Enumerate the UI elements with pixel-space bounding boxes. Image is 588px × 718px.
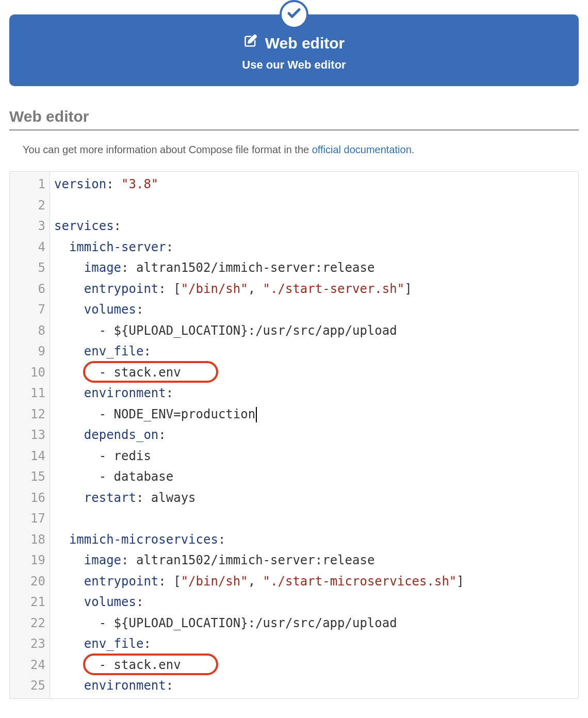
check-badge	[280, 0, 308, 29]
line-number: 15	[10, 466, 45, 487]
code-line[interactable]: restart: always	[54, 487, 578, 509]
code-line[interactable]: entrypoint: ["/bin/sh", "./start-microse…	[54, 571, 578, 592]
code-line[interactable]: - ${UPLOAD_LOCATION}:/usr/src/app/upload	[54, 613, 578, 634]
info-text: You can get more information about Compo…	[9, 144, 579, 156]
section-heading: Web editor	[9, 108, 579, 130]
info-prefix: You can get more information about Compo…	[23, 144, 312, 155]
code-line[interactable]: - NODE_ENV=production	[54, 404, 578, 425]
line-number: 23	[10, 633, 45, 655]
code-line[interactable]: environment:	[54, 675, 578, 696]
line-number: 3	[10, 216, 45, 237]
banner-title: Web editor	[265, 35, 345, 52]
line-number: 10	[10, 362, 45, 383]
line-number: 14	[10, 446, 45, 467]
line-number: 13	[10, 425, 45, 446]
line-number: 16	[10, 487, 45, 509]
code-line[interactable]: - ${UPLOAD_LOCATION}:/usr/src/app/upload	[54, 320, 578, 341]
edit-icon	[243, 34, 258, 52]
line-number: 12	[10, 404, 45, 425]
line-number: 5	[10, 257, 45, 279]
code-line[interactable]: env_file:	[54, 633, 578, 655]
code-line[interactable]: - database	[54, 466, 578, 487]
code-line[interactable]: volumes:	[54, 299, 578, 320]
code-line[interactable]: - stack.env	[54, 655, 578, 676]
line-number: 2	[10, 195, 45, 216]
text-cursor	[256, 407, 257, 422]
line-number: 6	[10, 279, 45, 300]
code-line[interactable]: immich-server:	[54, 237, 578, 258]
code-line[interactable]	[54, 508, 578, 529]
code-line[interactable]: version: "3.8"	[54, 174, 578, 195]
banner-subtitle: Use our Web editor	[20, 58, 568, 72]
check-icon	[286, 6, 302, 23]
code-line[interactable]: image: altran1502/immich-server:release	[54, 550, 578, 571]
web-editor-banner[interactable]: Web editor Use our Web editor	[9, 14, 579, 86]
code-line[interactable]: - stack.env	[54, 362, 578, 383]
line-number: 18	[10, 529, 45, 550]
line-number: 7	[10, 299, 45, 320]
code-line[interactable]: environment:	[54, 383, 578, 404]
code-line[interactable]: image: altran1502/immich-server:release	[54, 257, 578, 279]
official-docs-link[interactable]: official documentation	[312, 144, 412, 155]
code-area[interactable]: version: "3.8"services: immich-server: i…	[50, 172, 578, 698]
line-number: 1	[10, 174, 45, 195]
line-number: 11	[10, 383, 45, 404]
code-line[interactable]: services:	[54, 216, 578, 237]
code-line[interactable]	[54, 195, 578, 216]
line-number: 8	[10, 320, 45, 341]
code-line[interactable]: env_file:	[54, 341, 578, 362]
line-number: 19	[10, 550, 45, 571]
code-editor[interactable]: 1234567891011121314151617181920212223242…	[9, 171, 579, 699]
code-line[interactable]: immich-microservices:	[54, 529, 578, 550]
line-number: 24	[10, 655, 45, 676]
line-number: 4	[10, 237, 45, 258]
code-line[interactable]: - redis	[54, 446, 578, 467]
line-number: 9	[10, 341, 45, 362]
info-suffix: .	[412, 144, 415, 155]
line-number-gutter: 1234567891011121314151617181920212223242…	[10, 172, 50, 698]
line-number: 17	[10, 508, 45, 529]
line-number: 20	[10, 571, 45, 592]
code-line[interactable]: volumes:	[54, 592, 578, 613]
banner-title-row: Web editor	[20, 34, 568, 52]
line-number: 21	[10, 592, 45, 613]
code-line[interactable]: entrypoint: ["/bin/sh", "./start-server.…	[54, 279, 578, 300]
code-line[interactable]: depends_on:	[54, 425, 578, 446]
line-number: 25	[10, 675, 45, 696]
line-number: 22	[10, 613, 45, 634]
